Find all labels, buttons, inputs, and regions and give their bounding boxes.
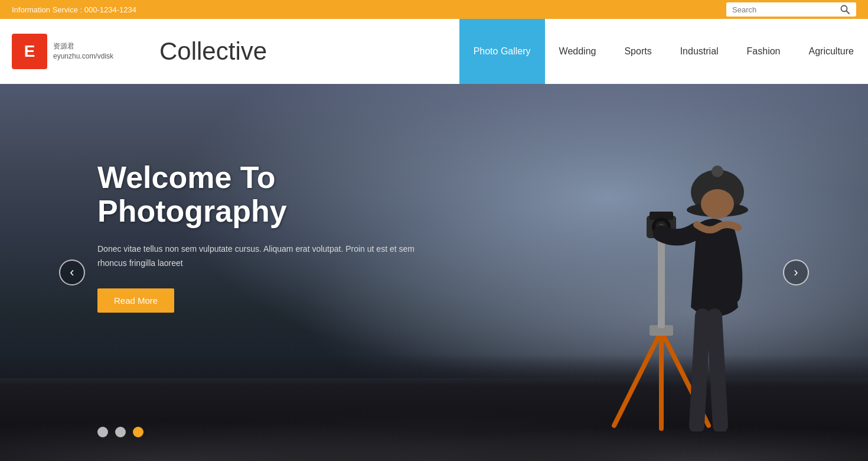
nav-item-agriculture[interactable]: Agriculture — [795, 19, 868, 84]
svg-point-15 — [701, 189, 734, 219]
site-title: Collective — [142, 37, 459, 66]
nav-item-photo-gallery[interactable]: Photo Gallery — [459, 19, 545, 84]
carousel-arrow-left[interactable]: ‹ — [59, 259, 85, 285]
logo-text: 资源君 eyunzhu.com/vdisk — [53, 41, 113, 61]
carousel-dot-1[interactable] — [97, 427, 108, 437]
nav-item-fashion[interactable]: Fashion — [733, 19, 795, 84]
contact-info: Information Service : 000-1234-1234 — [12, 5, 136, 14]
logo-letter: E — [24, 42, 35, 61]
read-more-button[interactable]: Read More — [97, 288, 174, 313]
logo-box: E — [12, 34, 47, 69]
hero-content: Welcome To Photography Donec vitae tellu… — [97, 161, 422, 313]
logo-line2: eyunzhu.com/vdisk — [53, 51, 113, 61]
header: E 资源君 eyunzhu.com/vdisk Collective Photo… — [0, 19, 868, 84]
nav-item-industrial[interactable]: Industrial — [666, 19, 733, 84]
search-input[interactable] — [726, 3, 836, 17]
search-icon — [840, 5, 850, 14]
carousel-arrow-right[interactable]: › — [783, 259, 809, 285]
carousel-dots — [97, 427, 143, 437]
svg-point-14 — [712, 165, 723, 177]
main-nav: Photo Gallery Wedding Sports Industrial … — [459, 19, 868, 84]
hero-description: Donec vitae tellus non sem vulputate cur… — [97, 242, 422, 271]
photographer-svg — [514, 106, 809, 431]
hero-section: Welcome To Photography Donec vitae tellu… — [0, 84, 868, 461]
logo-line1: 资源君 — [53, 41, 113, 51]
nav-item-wedding[interactable]: Wedding — [545, 19, 611, 84]
logo-area: E 资源君 eyunzhu.com/vdisk — [12, 34, 142, 69]
svg-line-1 — [847, 11, 850, 14]
search-container — [726, 2, 856, 17]
chevron-right-icon: › — [794, 265, 798, 280]
hero-photographer — [514, 106, 809, 431]
carousel-dot-2[interactable] — [115, 427, 126, 437]
search-button[interactable] — [836, 2, 854, 17]
chevron-left-icon: ‹ — [70, 265, 74, 280]
carousel-dot-3[interactable] — [133, 427, 143, 437]
top-bar: Information Service : 000-1234-1234 — [0, 0, 868, 19]
nav-item-sports[interactable]: Sports — [610, 19, 665, 84]
svg-line-2 — [614, 331, 661, 426]
hero-title: Welcome To Photography — [97, 161, 422, 228]
